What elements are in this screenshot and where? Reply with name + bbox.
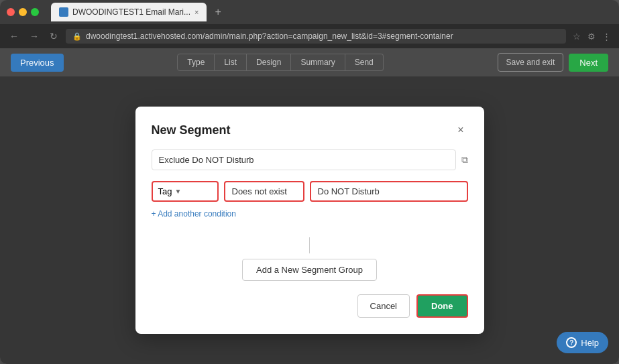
cancel-button[interactable]: Cancel [357,294,410,318]
condition-operator-label: Does not exist [232,186,287,196]
previous-button[interactable]: Previous [11,54,64,72]
title-bar: DWOODINGTEST1 Email Mari... × + [0,0,619,24]
tab-close-icon[interactable]: × [194,8,199,16]
toolbar-right: Save and exit Next [498,53,608,72]
back-button[interactable]: ← [7,29,21,43]
url-bar[interactable]: 🔒 dwoodingtest1.activehosted.com/admin/m… [66,29,566,44]
modal-title: New Segment [152,123,231,137]
add-condition-link[interactable]: + Add another condition [152,209,236,219]
tab-title: DWOODINGTEST1 Email Mari... [72,7,190,17]
copy-icon[interactable]: ⧉ [461,154,468,166]
condition-field-label: Tag [158,186,172,196]
app-toolbar: Previous Type List Design Summary Send S… [0,48,619,76]
tab-design[interactable]: Design [247,54,291,71]
modal-header: New Segment × [152,123,468,137]
tab-list[interactable]: List [215,54,247,71]
tab-type[interactable]: Type [177,54,215,71]
browser-actions: ☆ ⚙ ⋮ [571,30,612,43]
minimize-traffic-light[interactable] [19,8,27,16]
new-segment-modal: New Segment × ⧉ Tag ▼ Does not exist [135,107,484,334]
bookmark-icon[interactable]: ☆ [571,30,582,43]
modal-footer: Cancel Done [152,294,468,318]
new-tab-button[interactable]: + [211,5,225,19]
extensions-icon[interactable]: ⚙ [586,30,597,43]
address-bar: ← → ↻ 🔒 dwoodingtest1.activehosted.com/a… [0,24,619,48]
traffic-lights [7,8,39,16]
menu-icon[interactable]: ⋮ [601,30,612,43]
help-button[interactable]: ? Help [557,332,608,353]
url-text: dwoodingtest1.activehosted.com/admin/mai… [86,32,453,41]
segment-name-row: ⧉ [152,149,468,170]
done-button[interactable]: Done [416,294,468,318]
browser-window: DWOODINGTEST1 Email Mari... × + ← → ↻ 🔒 … [0,0,619,364]
add-segment-group-button[interactable]: Add a New Segment Group [242,259,377,281]
tab-favicon [59,7,68,17]
condition-row: Tag ▼ Does not exist Do NOT Disturb [152,181,468,202]
next-button[interactable]: Next [569,54,608,72]
refresh-button[interactable]: ↻ [47,29,60,43]
save-exit-button[interactable]: Save and exit [498,53,564,72]
condition-field-selector[interactable]: Tag ▼ [152,181,219,202]
chevron-down-icon: ▼ [174,188,181,195]
tab-summary[interactable]: Summary [291,54,345,71]
lock-icon: 🔒 [72,32,82,41]
browser-tab[interactable]: DWOODINGTEST1 Email Mari... × [51,3,207,21]
condition-operator-selector[interactable]: Does not exist [224,181,304,202]
modal-overlay: New Segment × ⧉ Tag ▼ Does not exist [0,76,619,364]
condition-value-label: Do NOT Disturb [318,186,380,196]
forward-button[interactable]: → [27,29,42,43]
tab-send[interactable]: Send [345,54,384,71]
condition-value-input[interactable]: Do NOT Disturb [310,181,468,202]
tab-bar: DWOODINGTEST1 Email Mari... × + [51,3,612,21]
main-content: New Segment × ⧉ Tag ▼ Does not exist [0,76,619,364]
maximize-traffic-light[interactable] [31,8,39,16]
segment-name-input[interactable] [152,149,456,170]
toolbar-tabs: Type List Design Summary Send [69,54,492,71]
help-circle-icon: ? [566,337,577,348]
modal-close-button[interactable]: × [453,123,467,137]
help-label: Help [581,338,599,348]
close-traffic-light[interactable] [7,8,15,16]
connector-line [309,237,310,253]
connector [152,237,468,253]
